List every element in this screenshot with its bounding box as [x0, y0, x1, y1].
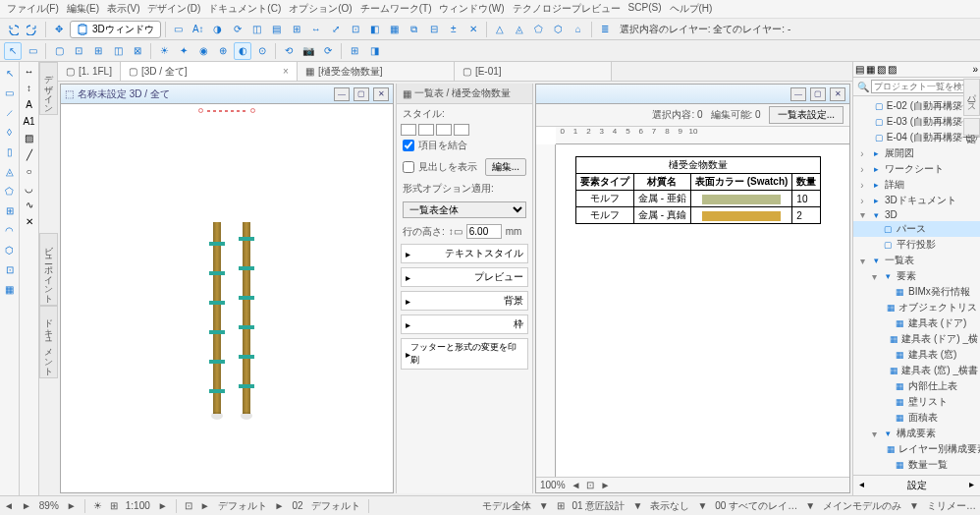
- object-tool-icon[interactable]: ⊡: [3, 262, 17, 276]
- tool-i-icon[interactable]: ⤢: [327, 21, 345, 38]
- tool-p-icon[interactable]: ✕: [464, 21, 482, 38]
- right-tab-settings[interactable]: 設定: [963, 118, 980, 136]
- maximize-button[interactable]: ▢: [354, 87, 369, 101]
- sb-next-icon[interactable]: ►: [22, 500, 31, 511]
- sb-scale[interactable]: 1:100: [126, 500, 150, 511]
- beam-tool-icon[interactable]: ⬠: [3, 184, 17, 198]
- menu-options[interactable]: オプション(O): [286, 1, 354, 17]
- sb-mainmodel[interactable]: メインモデルのみ: [823, 499, 901, 513]
- nav-mode-d-icon[interactable]: ▨: [888, 64, 897, 75]
- tree-node[interactable]: ▦建具表 (ドア): [853, 315, 980, 331]
- sb-alllayers[interactable]: 00 すべてのレイ…: [715, 499, 797, 513]
- sun-d-icon[interactable]: ⊕: [214, 42, 232, 60]
- tree-node[interactable]: ▦建具表 (窓) _横書: [853, 363, 980, 378]
- t2-c-icon[interactable]: ⊞: [89, 42, 107, 60]
- 3d-viewport[interactable]: [61, 104, 393, 492]
- nav-mode-c-icon[interactable]: ▧: [877, 64, 886, 75]
- style-grid-a-icon[interactable]: [401, 124, 416, 136]
- sched-min-button[interactable]: —: [790, 87, 806, 101]
- menu-design[interactable]: デザイン(D): [144, 1, 203, 17]
- shell-tool-icon[interactable]: ◠: [3, 223, 17, 237]
- side-tab-document[interactable]: ドキュメント: [39, 306, 58, 378]
- camera-icon[interactable]: 📷: [299, 42, 317, 60]
- tab-e01[interactable]: ▢ [E-01]: [455, 62, 612, 81]
- sb-dd2[interactable]: ▼: [632, 500, 642, 511]
- view-d-icon[interactable]: ⬡: [550, 21, 568, 38]
- menu-help[interactable]: ヘルプ(H): [667, 1, 716, 17]
- menu-view[interactable]: 表示(V): [104, 1, 142, 17]
- tool-c-icon[interactable]: ◑: [209, 21, 227, 38]
- column-tool-icon[interactable]: ▯: [3, 144, 17, 158]
- rowheight-input[interactable]: [466, 224, 502, 239]
- table-row[interactable]: モルフ 金属 - 真鍮 2: [576, 207, 821, 224]
- sb-design-01[interactable]: 01 意匠設計: [572, 499, 626, 513]
- tree-node[interactable]: ▦レイヤー別構成要素: [853, 441, 980, 457]
- cursor-icon[interactable]: ↖: [4, 42, 22, 60]
- tree-node[interactable]: ▾▾3D: [853, 208, 980, 221]
- marquee-icon[interactable]: ▭: [24, 42, 41, 60]
- hotspot-tool-icon[interactable]: ✕: [26, 216, 33, 227]
- sun-a-icon[interactable]: ☀: [155, 42, 173, 60]
- sun-c-icon[interactable]: ◉: [194, 42, 212, 60]
- t2-b-icon[interactable]: ⊡: [70, 42, 87, 60]
- section-footer[interactable]: ▸フッターと形式の変更を印刷: [401, 338, 528, 370]
- rect-tool-icon[interactable]: ▭: [3, 86, 17, 99]
- menu-scp[interactable]: SCP(S): [626, 1, 665, 17]
- nav-opts-icon[interactable]: »: [972, 64, 978, 75]
- tree-node[interactable]: ▢平行投影: [853, 237, 980, 253]
- tree-node[interactable]: ▦内部仕上表: [853, 378, 980, 394]
- sun-b-icon[interactable]: ✦: [175, 42, 192, 60]
- 3dwindow-button[interactable]: 3Dウィンドウ: [70, 21, 161, 38]
- side-tab-viewpoint[interactable]: ビューポイント: [39, 233, 58, 306]
- zoom-in-icon[interactable]: ►: [600, 480, 610, 490]
- dim-a-icon[interactable]: ↔: [25, 66, 34, 77]
- tree-node[interactable]: ▦オブジェクトリスト: [853, 300, 980, 315]
- sb-grid-icon[interactable]: ⊞: [110, 500, 118, 511]
- tab-schedule[interactable]: ▦ [樋受金物数量]: [298, 62, 455, 81]
- table-row[interactable]: モルフ 金属 - 亜鉛 10: [576, 191, 821, 207]
- sb-noshow[interactable]: 表示なし: [650, 499, 689, 513]
- sb-unit[interactable]: ミリメー…: [927, 499, 976, 513]
- close-icon[interactable]: ×: [283, 66, 289, 77]
- edit-button[interactable]: 編集...: [485, 158, 526, 176]
- side-tab-design[interactable]: デザイン: [39, 62, 58, 115]
- nav-settings-label[interactable]: 設定: [907, 479, 927, 492]
- section-border[interactable]: ▸枠: [401, 315, 528, 334]
- tree-node[interactable]: ▦建具表 (窓): [853, 347, 980, 363]
- mesh-tool-icon[interactable]: ⊞: [3, 203, 17, 217]
- sb-layer-dd[interactable]: ►: [200, 500, 210, 511]
- sb-dd4[interactable]: ▼: [805, 500, 815, 511]
- tool-d-icon[interactable]: ⟳: [229, 21, 246, 38]
- section-background[interactable]: ▸背景: [401, 291, 528, 311]
- wall-tool-icon[interactable]: ⟋: [3, 105, 17, 119]
- sb-prev-icon[interactable]: ◄: [4, 500, 14, 511]
- tree-node[interactable]: ▾▾要素: [853, 268, 980, 284]
- zone-tool-icon[interactable]: ▦: [3, 282, 17, 296]
- tree-node[interactable]: ›▸3Dドキュメント: [853, 193, 980, 208]
- menu-window[interactable]: ウィンドウ(W): [436, 1, 507, 17]
- sb-dd3[interactable]: ▼: [697, 500, 707, 511]
- sun-e-icon[interactable]: ◐: [234, 42, 251, 60]
- tool-g-icon[interactable]: ⊞: [288, 21, 305, 38]
- tree-node[interactable]: ›▸展開図: [853, 145, 980, 161]
- tool-h-icon[interactable]: ↔: [307, 21, 325, 38]
- sb-zoom-dd[interactable]: ►: [67, 500, 77, 511]
- line-tool-icon[interactable]: ╱: [27, 149, 32, 160]
- nav-mode-a-icon[interactable]: ▤: [855, 64, 864, 75]
- close-button[interactable]: ✕: [373, 87, 389, 101]
- zoom-out-icon[interactable]: ◄: [572, 480, 581, 490]
- minimize-button[interactable]: —: [334, 87, 350, 101]
- sb-pen-icon[interactable]: 02: [292, 500, 302, 511]
- tree-node[interactable]: ▾▾構成要素: [853, 426, 980, 441]
- tool-j-icon[interactable]: ⊡: [347, 21, 364, 38]
- tree-node[interactable]: ▢E-03 (自動再構築モデ: [853, 114, 980, 130]
- circle-tool-icon[interactable]: ○: [26, 166, 31, 177]
- tool-a-icon[interactable]: ▭: [170, 21, 188, 38]
- text-tool-icon[interactable]: A: [26, 99, 32, 110]
- arc-tool-icon[interactable]: ◡: [25, 183, 33, 194]
- section-preview[interactable]: ▸プレビュー: [401, 267, 528, 287]
- menu-edit[interactable]: 編集(E): [64, 1, 102, 17]
- sb-dd1[interactable]: ▼: [539, 500, 549, 511]
- tree-node[interactable]: ▦BIMx発行情報: [853, 284, 980, 300]
- tab-1fl[interactable]: ▢ [1. 1FL]: [58, 62, 121, 81]
